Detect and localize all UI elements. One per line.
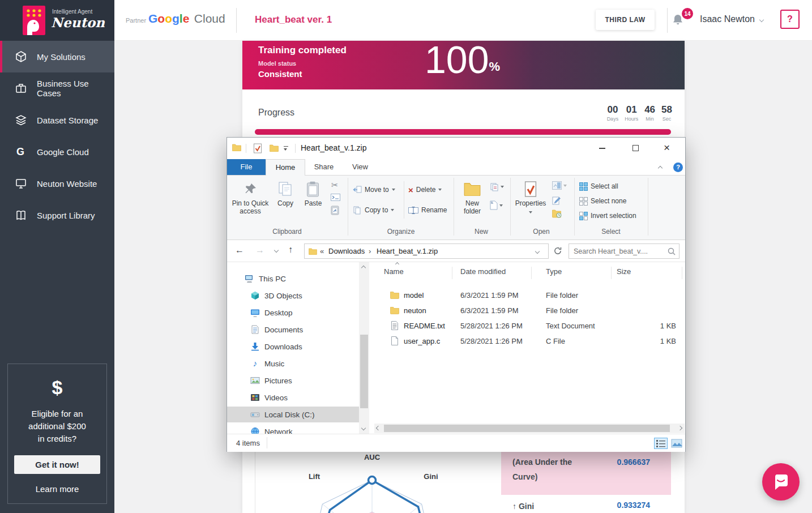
sidebar-item-business-use-cases[interactable]: Business Use Cases bbox=[0, 72, 114, 104]
quick-access-customize-caret-icon[interactable] bbox=[284, 148, 287, 151]
tree-item-this-pc[interactable]: This PC bbox=[227, 271, 359, 287]
breadcrumb-downloads[interactable]: Downloads bbox=[328, 247, 365, 255]
sidebar-item-dataset-storage[interactable]: Dataset Storage bbox=[0, 104, 114, 136]
quick-access-new-folder-icon[interactable] bbox=[270, 144, 279, 152]
move-to-icon bbox=[353, 185, 362, 194]
select-none-button[interactable]: Select none bbox=[579, 195, 626, 207]
new-item-button[interactable] bbox=[490, 200, 503, 210]
file-row-model[interactable]: model 6/3/2021 1:59 PM File folder bbox=[369, 288, 686, 303]
address-bar-row: ← → ↑ « Downloads › Heart_beat_v.1.zip bbox=[227, 240, 685, 262]
history-button[interactable] bbox=[552, 210, 562, 218]
scroll-up-icon[interactable] bbox=[361, 266, 366, 270]
sidebar-item-google-cloud[interactable]: G Google Cloud bbox=[0, 136, 114, 168]
quick-access-properties-icon[interactable] bbox=[253, 143, 263, 153]
tree-item-3d-objects[interactable]: 3D Objects bbox=[227, 288, 359, 303]
tree-item-pictures[interactable]: Pictures bbox=[227, 373, 359, 388]
refresh-icon[interactable] bbox=[554, 247, 562, 255]
copy-path-button[interactable] bbox=[331, 194, 340, 201]
metric-row-auc[interactable]: (Area Under the Curve) 0.966637 bbox=[501, 452, 671, 495]
tree-item-videos[interactable]: Videos bbox=[227, 390, 359, 405]
tree-item-downloads[interactable]: Downloads bbox=[227, 339, 359, 354]
countdown-days: 00Days bbox=[607, 104, 619, 122]
new-folder-button[interactable]: New folder bbox=[457, 179, 488, 225]
file-row-readme[interactable]: README.txt 5/28/2021 1:26 PM Text Docume… bbox=[369, 318, 686, 334]
thumbnails-view-toggle[interactable] bbox=[670, 438, 683, 449]
auc-value: 0.966637 bbox=[617, 458, 650, 467]
copy-button[interactable]: Copy bbox=[272, 179, 298, 225]
recent-locations-caret-icon[interactable] bbox=[274, 248, 279, 253]
open-panel-button[interactable] bbox=[552, 181, 567, 190]
scroll-right-icon[interactable] bbox=[678, 426, 682, 430]
maximize-button[interactable] bbox=[632, 145, 639, 151]
scrollbar-thumb[interactable] bbox=[360, 335, 368, 408]
third-law-button[interactable]: THIRD LAW bbox=[596, 10, 655, 30]
properties-button[interactable]: Properties bbox=[513, 179, 548, 225]
tree-item-local-disk-c[interactable]: Local Disk (C:) bbox=[227, 407, 359, 422]
user-menu-caret-icon[interactable] bbox=[759, 18, 764, 22]
delete-button[interactable]: × Delete bbox=[408, 183, 442, 196]
back-button[interactable]: ← bbox=[235, 245, 244, 255]
up-button[interactable]: ↑ bbox=[288, 245, 293, 255]
column-size[interactable]: Size bbox=[617, 267, 631, 276]
ribbon-help-icon[interactable]: ? bbox=[673, 163, 683, 172]
forward-button[interactable]: → bbox=[255, 245, 264, 255]
breadcrumb-current[interactable]: Heart_beat_v.1.zip bbox=[377, 247, 438, 255]
collapse-ribbon-icon[interactable] bbox=[658, 166, 663, 170]
scroll-left-icon[interactable] bbox=[376, 426, 381, 430]
rename-button[interactable]: Rename bbox=[408, 204, 447, 216]
metrics-divider bbox=[255, 452, 255, 513]
column-date-modified[interactable]: Date modified bbox=[460, 267, 506, 276]
pin-to-quick-access-button[interactable]: Pin to Quick access bbox=[230, 179, 270, 225]
close-button[interactable]: × bbox=[664, 141, 670, 155]
tree-item-network[interactable]: Network bbox=[227, 424, 359, 434]
minimize-button[interactable] bbox=[599, 148, 605, 149]
user-name[interactable]: Isaac Newton bbox=[700, 14, 755, 24]
tab-file[interactable]: File bbox=[227, 159, 266, 175]
select-all-button[interactable]: Select all bbox=[579, 180, 618, 193]
cloud-wordmark: Cloud bbox=[194, 12, 225, 25]
tree-item-desktop[interactable]: Desktop bbox=[227, 305, 359, 320]
scroll-down-icon[interactable] bbox=[361, 426, 366, 430]
column-type[interactable]: Type bbox=[546, 267, 562, 276]
tab-view[interactable]: View bbox=[343, 159, 378, 175]
group-divider bbox=[348, 178, 348, 236]
sidebar-item-support-library[interactable]: Support Library bbox=[0, 199, 114, 231]
paste-shortcut-button[interactable] bbox=[331, 205, 339, 215]
cut-button[interactable]: ✂ bbox=[331, 180, 339, 190]
easy-access-button[interactable] bbox=[490, 182, 504, 191]
help-button[interactable]: ? bbox=[780, 10, 800, 29]
tab-home[interactable]: Home bbox=[266, 159, 305, 176]
move-to-button[interactable]: Move to bbox=[353, 183, 395, 196]
tab-share[interactable]: Share bbox=[305, 159, 343, 175]
sub-divider bbox=[404, 181, 404, 219]
copy-to-button[interactable]: Copy to bbox=[353, 204, 394, 216]
edit-button[interactable] bbox=[552, 196, 561, 205]
chat-widget-button[interactable] bbox=[762, 463, 800, 501]
metric-row-gini[interactable]: ↑ Gini 0.933274 bbox=[501, 499, 671, 513]
details-view-toggle[interactable] bbox=[654, 438, 668, 449]
tree-scrollbar[interactable] bbox=[359, 262, 369, 434]
scrollbar-thumb[interactable] bbox=[384, 425, 670, 432]
address-dropdown-caret-icon[interactable] bbox=[535, 249, 540, 254]
tree-item-music[interactable]: ♪ Music bbox=[227, 356, 359, 371]
sidebar-item-neuton-website[interactable]: Neuton Website bbox=[0, 168, 114, 199]
search-input[interactable] bbox=[574, 246, 664, 256]
column-name[interactable]: Name bbox=[384, 267, 404, 276]
paste-button[interactable]: Paste bbox=[300, 179, 327, 225]
ribbon: Pin to Quick access Copy Paste ✂ Clipboa… bbox=[227, 175, 685, 240]
item-count: 4 items bbox=[236, 439, 260, 447]
file-row-user-app[interactable]: user_app.c 5/28/2021 1:26 PM C File 1 KB bbox=[369, 334, 686, 349]
address-box[interactable]: « Downloads › Heart_beat_v.1.zip bbox=[304, 243, 549, 259]
file-row-neuton[interactable]: neuton 6/3/2021 1:59 PM File folder bbox=[369, 303, 686, 318]
tree-item-documents[interactable]: Documents bbox=[227, 322, 359, 337]
sidebar-item-label: Neuton Website bbox=[37, 179, 97, 189]
group-divider bbox=[510, 178, 511, 236]
app-logo[interactable]: Intelligent Agent Neuton bbox=[0, 0, 114, 41]
notification-badge[interactable]: 14 bbox=[682, 8, 693, 19]
dropdown-caret-icon bbox=[392, 189, 395, 191]
get-it-now-button[interactable]: Get it now! bbox=[14, 455, 100, 474]
invert-selection-button[interactable]: Invert selection bbox=[579, 210, 636, 222]
learn-more-link[interactable]: Learn more bbox=[8, 484, 106, 494]
horizontal-scrollbar[interactable] bbox=[374, 424, 685, 433]
sidebar-item-my-solutions[interactable]: My Solutions bbox=[0, 41, 114, 72]
